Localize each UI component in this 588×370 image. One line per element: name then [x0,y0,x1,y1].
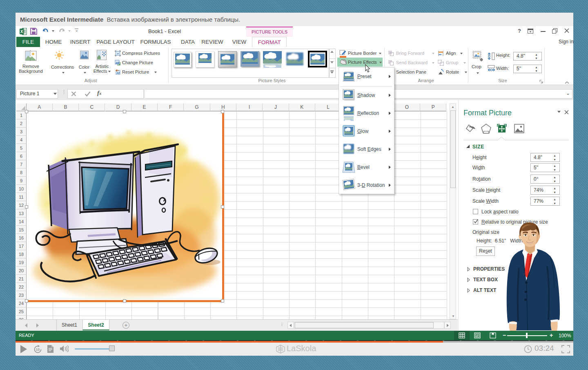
svg-text:X: X [20,29,23,34]
svg-text:10: 10 [36,348,40,352]
